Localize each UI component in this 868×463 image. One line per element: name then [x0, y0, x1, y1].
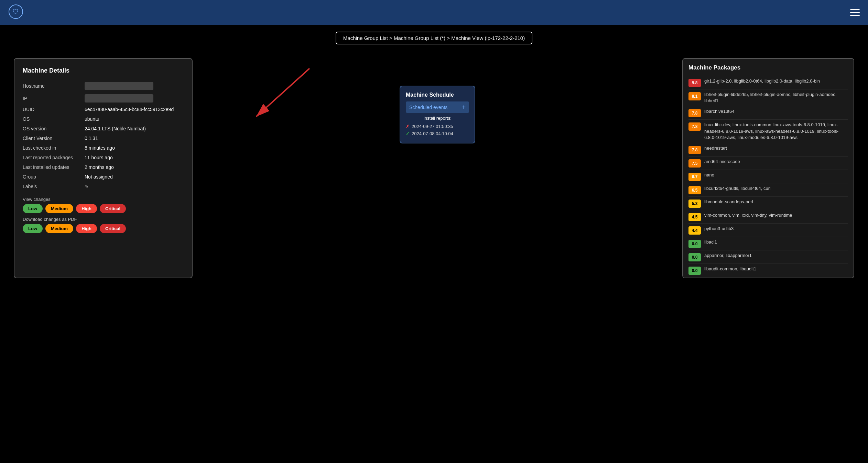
detail-label-last-reported: Last reported packages: [23, 155, 85, 160]
view-changes-low-btn[interactable]: Low: [23, 204, 43, 213]
logo: 🛡: [8, 4, 23, 21]
detail-row-labels: Labels ✎: [23, 182, 184, 191]
detail-label-client-version: Client Version: [23, 136, 85, 141]
package-name: libaudit-common, libaudit1: [704, 266, 756, 272]
package-row: 6.7nano: [688, 170, 848, 183]
package-name: apparmor, libapparmor1: [704, 252, 752, 259]
score-badge: 0.0: [688, 240, 701, 248]
detail-label-hostname: Hostname: [23, 83, 85, 89]
score-badge: 8.1: [688, 92, 701, 100]
detail-value-os: ubuntu: [85, 116, 99, 122]
detail-row-last-checked: Last checked in 8 minutes ago: [23, 143, 184, 153]
score-badge: 0.0: [688, 253, 701, 261]
download-high-btn[interactable]: High: [76, 224, 97, 233]
report-row-success: ✓ 2024-07-08 04:10:04: [406, 130, 469, 137]
breadcrumb: Machine Group List > Machine Group List …: [336, 32, 532, 44]
detail-value-os-version: 24.04.1 LTS (Noble Numbat): [85, 126, 146, 131]
header: 🛡: [0, 0, 868, 25]
masked-ip: [85, 94, 153, 103]
machine-schedule-card: Machine Schedule Scheduled events + Inst…: [400, 86, 475, 143]
package-row: 5.3libmodule-scandeps-perl: [688, 197, 848, 210]
detail-label-group: Group: [23, 174, 85, 180]
view-changes-buttons: Low Medium High Critical: [23, 204, 184, 213]
scheduled-events-row: Scheduled events +: [406, 101, 469, 113]
package-row: 4.4python3-urllib3: [688, 224, 848, 237]
package-name: nano: [704, 172, 714, 178]
masked-hostname: [85, 82, 153, 90]
package-name: gir1.2-glib-2.0, libglib2.0-0t64, libgli…: [704, 78, 820, 84]
breadcrumb-bar: Machine Group List > Machine Group List …: [0, 25, 868, 51]
package-row: 7.8linux-libc-dev, linux-tools-common li…: [688, 120, 848, 143]
success-icon: ✓: [406, 131, 410, 136]
package-name: libcurl3t64-gnutls, libcurl4t64, curl: [704, 185, 771, 192]
package-name: linux-libc-dev, linux-tools-common linux…: [704, 122, 848, 141]
download-medium-btn[interactable]: Medium: [45, 224, 73, 233]
score-badge: 6.5: [688, 186, 701, 194]
score-badge: 9.8: [688, 79, 701, 87]
download-pdf-buttons: Low Medium High Critical: [23, 224, 184, 233]
detail-label-last-checked: Last checked in: [23, 145, 85, 151]
detail-value-last-installed: 2 months ago: [85, 164, 114, 170]
score-badge: 0.0: [688, 267, 701, 275]
package-row: 7.5amd64-microcode: [688, 157, 848, 170]
install-reports-label: Install reports:: [406, 116, 469, 121]
package-name: libacl1: [704, 239, 717, 245]
view-changes-medium-btn[interactable]: Medium: [45, 204, 73, 213]
detail-row-os-version: OS version 24.04.1 LTS (Noble Numbat): [23, 124, 184, 133]
view-changes-section: View changes Low Medium High Critical Do…: [23, 197, 184, 233]
package-row: 7.8libarchive13t64: [688, 106, 848, 120]
detail-value-last-reported: 11 hours ago: [85, 155, 113, 160]
detail-value-client-version: 0.1.31: [85, 136, 98, 141]
fail-icon: ✗: [406, 124, 410, 129]
svg-line-3: [256, 68, 310, 117]
detail-label-uuid: UUID: [23, 107, 85, 112]
svg-text:🛡: 🛡: [13, 8, 19, 15]
labels-edit-icon[interactable]: ✎: [85, 184, 89, 189]
package-name: libmodule-scandeps-perl: [704, 199, 753, 205]
package-name: python3-urllib3: [704, 226, 734, 232]
detail-row-group: Group Not assigned: [23, 172, 184, 182]
package-row: 6.5libcurl3t64-gnutls, libcurl4t64, curl: [688, 183, 848, 197]
score-badge: 7.8: [688, 146, 701, 154]
detail-value-group: Not assigned: [85, 174, 113, 180]
view-changes-high-btn[interactable]: High: [76, 204, 97, 213]
package-name: amd64-microcode: [704, 159, 740, 165]
detail-row-ip: IP: [23, 92, 184, 105]
detail-row-last-reported: Last reported packages 11 hours ago: [23, 153, 184, 162]
score-badge: 7.8: [688, 122, 701, 131]
detail-label-os-version: OS version: [23, 126, 85, 131]
detail-row-os: OS ubuntu: [23, 114, 184, 124]
view-changes-label: View changes: [23, 197, 184, 202]
detail-label-labels: Labels: [23, 184, 85, 189]
view-changes-critical-btn[interactable]: Critical: [100, 204, 126, 213]
detail-value-last-checked: 8 minutes ago: [85, 145, 115, 151]
detail-label-os: OS: [23, 116, 85, 122]
package-row: 8.1libheif-plugin-libde265, libheif-plug…: [688, 89, 848, 106]
score-badge: 7.8: [688, 109, 701, 117]
package-row: 7.8needrestart: [688, 143, 848, 157]
score-badge: 4.5: [688, 213, 701, 221]
package-name: vim-common, vim, xxd, vim-tiny, vim-runt…: [704, 212, 792, 218]
detail-label-last-installed: Last installed updates: [23, 164, 85, 170]
machine-details-title: Machine Details: [23, 67, 184, 74]
score-badge: 6.7: [688, 173, 701, 181]
package-row: 9.8gir1.2-glib-2.0, libglib2.0-0t64, lib…: [688, 76, 848, 89]
download-critical-btn[interactable]: Critical: [100, 224, 126, 233]
package-row: 4.5vim-common, vim, xxd, vim-tiny, vim-r…: [688, 210, 848, 224]
success-report-date: 2024-07-08 04:10:04: [412, 131, 453, 136]
detail-row-last-installed: Last installed updates 2 months ago: [23, 162, 184, 172]
packages-title: Machine Packages: [688, 64, 848, 71]
add-scheduled-event-btn[interactable]: +: [462, 104, 466, 111]
packages-list: 9.8gir1.2-glib-2.0, libglib2.0-0t64, lib…: [688, 76, 848, 277]
detail-row-hostname: Hostname: [23, 80, 184, 92]
center-area: Machine Schedule Scheduled events + Inst…: [206, 58, 669, 278]
hamburger-menu[interactable]: [850, 9, 860, 16]
main-content: Machine Details Hostname IP UUID 6ec47a8…: [0, 51, 868, 285]
score-badge: 7.5: [688, 159, 701, 168]
download-low-btn[interactable]: Low: [23, 224, 43, 233]
report-row-fail: ✗ 2024-09-27 01:50:35: [406, 123, 469, 130]
detail-label-ip: IP: [23, 96, 85, 101]
package-name: libheif-plugin-libde265, libheif-plugin-…: [704, 91, 848, 104]
score-badge: 5.3: [688, 200, 701, 208]
package-row: 0.0libacl1: [688, 237, 848, 250]
